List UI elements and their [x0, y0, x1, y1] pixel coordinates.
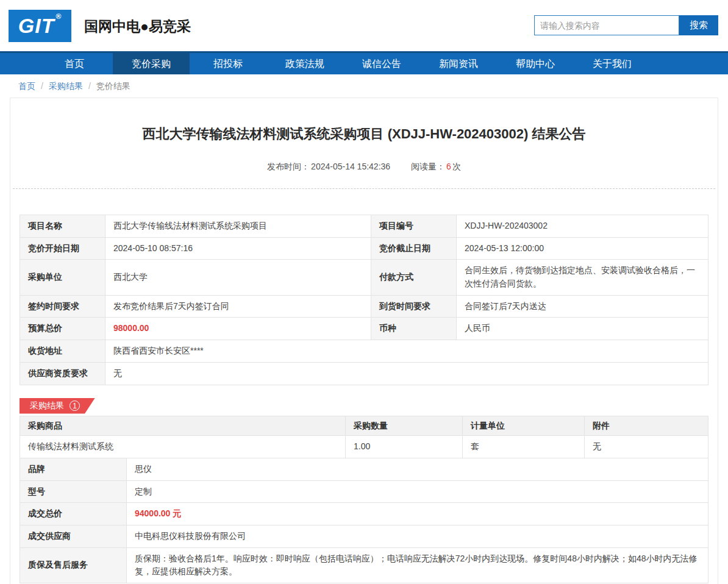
- brand-value: 思仪: [127, 458, 708, 480]
- project-name-label: 项目名称: [20, 215, 105, 238]
- currency-label: 币种: [371, 318, 457, 340]
- product-unit-cell: 套: [463, 436, 585, 458]
- table-row: 收货地址 陕西省西安市长安区****: [20, 340, 708, 363]
- attachment-column-header: 附件: [585, 416, 708, 436]
- project-name-value: 西北大学传输线法材料测试系统采购项目: [105, 215, 371, 238]
- breadcrumb-separator: /: [88, 81, 91, 98]
- supplier-qualification-label: 供应商资质要求: [20, 362, 105, 385]
- unit-column-header: 计量单位: [463, 416, 585, 436]
- sign-time-value: 发布竞价结果后7天内签订合同: [105, 295, 371, 318]
- table-row: 采购单位 西北大学 付款方式 合同生效后，待货物到达指定地点、安装调试验收合格后…: [20, 260, 708, 295]
- purchase-result-badge-label: 采购结果: [30, 401, 64, 411]
- delivery-time-label: 到货时间要求: [371, 295, 457, 318]
- table-header-row: 采购商品 采购数量 计量单位 附件: [20, 416, 708, 436]
- table-row: 型号 定制: [20, 480, 708, 503]
- read-count-unit: 次: [452, 162, 461, 173]
- breadcrumb: 首页 / 采购结果 / 竞价结果: [0, 74, 728, 98]
- delivery-time-value: 合同签订后7天内送达: [457, 295, 708, 318]
- deal-price-value: 94000.00 元: [127, 503, 708, 525]
- product-attachment-cell: 无: [585, 436, 708, 458]
- nav-item-news[interactable]: 新闻资讯: [420, 53, 497, 74]
- bid-start-value: 2024-05-10 08:57:16: [105, 237, 371, 260]
- product-quantity-cell: 1.00: [346, 436, 463, 458]
- nav-item-home[interactable]: 首页: [36, 53, 113, 74]
- table-row: 质保及售后服务 质保期：验收合格后1年。响应时效：即时响应（包括电话响应）；电话…: [20, 547, 708, 583]
- warranty-service-label: 质保及售后服务: [20, 547, 127, 583]
- bid-start-label: 竞价开始日期: [20, 237, 105, 260]
- budget-label: 预算总价: [20, 318, 105, 340]
- nav-item-help-center[interactable]: 帮助中心: [497, 53, 574, 74]
- purchase-result-badge-count: 1: [70, 401, 80, 411]
- delivery-address-value: 陕西省西安市长安区****: [105, 340, 708, 363]
- breadcrumb-separator: /: [41, 81, 43, 98]
- search-button[interactable]: 搜索: [679, 15, 718, 35]
- product-name-cell: 传输线法材料测试系统: [20, 436, 346, 458]
- winning-supplier-label: 成交供应商: [20, 525, 127, 547]
- table-row: 传输线法材料测试系统 1.00 套 无: [20, 436, 708, 458]
- dashed-divider: [13, 188, 715, 189]
- site-title: 国网中电●易竞采: [84, 17, 191, 36]
- project-info-table: 项目名称 西北大学传输线法材料测试系统采购项目 项目编号 XDJJ-HW-202…: [20, 215, 708, 385]
- read-count-label: 阅读量：: [411, 162, 445, 173]
- search-box: 搜索: [534, 15, 718, 35]
- purchaser-value: 西北大学: [105, 260, 371, 295]
- site-logo[interactable]: GIT®: [9, 10, 71, 42]
- search-input[interactable]: [534, 15, 679, 35]
- publish-time: 发布时间： 2024-05-14 15:42:36: [267, 162, 390, 173]
- result-details-table: 品牌 思仪 型号 定制 成交总价 94000.00 元 成交供应商 中电科思仪科…: [20, 458, 708, 583]
- purchaser-label: 采购单位: [20, 260, 105, 295]
- model-label: 型号: [20, 480, 127, 503]
- read-count-value: 6: [446, 162, 451, 173]
- table-row: 品牌 思仪: [20, 458, 708, 480]
- table-row: 预算总价 98000.00 币种 人民币: [20, 318, 708, 340]
- winning-supplier-value: 中电科思仪科技股份有限公司: [127, 525, 708, 547]
- nav-item-bidding-purchase[interactable]: 竞价采购: [113, 53, 190, 74]
- table-row: 成交供应商 中电科思仪科技股份有限公司: [20, 525, 708, 547]
- warranty-service-value: 质保期：验收合格后1年。响应时效：即时响应（包括电话响应）；电话响应无法解决72…: [127, 547, 708, 583]
- logo-text: GIT: [18, 14, 55, 38]
- bid-end-value: 2024-05-13 12:00:00: [457, 237, 708, 260]
- publish-time-value: 2024-05-14 15:42:36: [311, 162, 390, 173]
- sign-time-label: 签约时间要求: [20, 295, 105, 318]
- product-column-header: 采购商品: [20, 416, 346, 436]
- table-row: 供应商资质要求 无: [20, 362, 708, 385]
- deal-price-label: 成交总价: [20, 503, 127, 525]
- article-meta: 发布时间： 2024-05-14 15:42:36 阅读量： 6 次: [10, 162, 718, 173]
- nav-item-tenders[interactable]: 招投标: [190, 53, 266, 74]
- table-row: 签约时间要求 发布竞价结果后7天内签订合同 到货时间要求 合同签订后7天内送达: [20, 295, 708, 318]
- project-number-label: 项目编号: [371, 215, 457, 238]
- read-count: 阅读量： 6 次: [411, 162, 461, 173]
- page-title: 西北大学传输线法材料测试系统采购项目 (XDJJ-HW-202403002) 结…: [23, 125, 705, 143]
- project-number-value: XDJJ-HW-202403002: [457, 215, 708, 238]
- main-nav-items: 首页 竞价采购 招投标 政策法规 诚信公告 新闻资讯 帮助中心 关于我们: [36, 53, 728, 74]
- bid-end-label: 竞价截止日期: [371, 237, 457, 260]
- table-row: 项目名称 西北大学传输线法材料测试系统采购项目 项目编号 XDJJ-HW-202…: [20, 215, 708, 238]
- quantity-column-header: 采购数量: [346, 416, 463, 436]
- product-table: 采购商品 采购数量 计量单位 附件 传输线法材料测试系统 1.00 套 无: [20, 416, 708, 458]
- nav-item-policies[interactable]: 政策法规: [266, 53, 343, 74]
- main-nav: 首页 竞价采购 招投标 政策法规 诚信公告 新闻资讯 帮助中心 关于我们: [0, 51, 728, 74]
- currency-value: 人民币: [457, 318, 708, 340]
- brand-label: 品牌: [20, 458, 127, 480]
- table-row: 竞价开始日期 2024-05-10 08:57:16 竞价截止日期 2024-0…: [20, 237, 708, 260]
- breadcrumb-home[interactable]: 首页: [18, 81, 35, 98]
- purchase-result-badge: 采购结果 1: [20, 398, 95, 414]
- publish-time-label: 发布时间：: [267, 162, 310, 173]
- payment-method-value: 合同生效后，待货物到达指定地点、安装调试验收合格后，一次性付清合同货款。: [457, 260, 708, 295]
- budget-value: 98000.00: [105, 318, 371, 340]
- site-header: GIT® 国网中电●易竞采 搜索: [0, 0, 728, 51]
- supplier-qualification-value: 无: [105, 362, 708, 385]
- breadcrumb-current: 竞价结果: [96, 81, 130, 98]
- registered-mark: ®: [55, 12, 62, 21]
- nav-item-integrity-notices[interactable]: 诚信公告: [343, 53, 420, 74]
- table-row: 成交总价 94000.00 元: [20, 503, 708, 525]
- nav-item-about-us[interactable]: 关于我们: [574, 53, 651, 74]
- announcement-card: 西北大学传输线法材料测试系统采购项目 (XDJJ-HW-202403002) 结…: [10, 98, 718, 584]
- payment-method-label: 付款方式: [371, 260, 457, 295]
- breadcrumb-purchase-results[interactable]: 采购结果: [49, 81, 83, 98]
- delivery-address-label: 收货地址: [20, 340, 105, 363]
- model-value: 定制: [127, 480, 708, 503]
